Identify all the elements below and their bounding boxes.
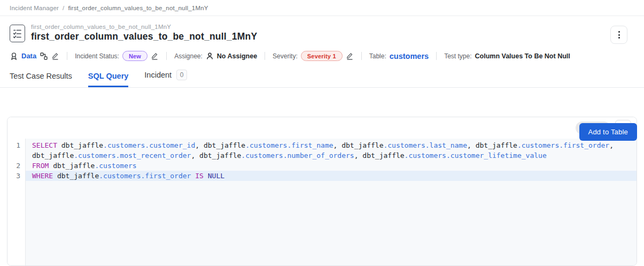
- sql-code-editor[interactable]: 1SELECT dbt_jaffle.customers.customer_id…: [7, 139, 637, 265]
- table-link[interactable]: customers: [390, 52, 429, 60]
- line-number: 2: [7, 161, 26, 171]
- tab-test-case-results[interactable]: Test Case Results: [10, 72, 72, 87]
- kebab-menu-button[interactable]: [610, 26, 627, 44]
- table-label: Table:: [369, 52, 386, 60]
- code-line: 3WHERE dbt_jaffle.customers.first_order …: [7, 171, 637, 181]
- severity-label: Severity:: [273, 52, 298, 60]
- code-line: 2FROM dbt_jaffle.customers: [7, 161, 637, 171]
- incident-count-badge: 0: [176, 70, 187, 80]
- line-number: 3: [7, 171, 26, 181]
- tab-incident[interactable]: Incident 0: [144, 70, 187, 87]
- page-title: first_order_column_values_to_be_not_null…: [31, 31, 610, 42]
- test-type-label: Test type:: [444, 52, 471, 60]
- code-text: FROM dbt_jaffle.customers: [26, 161, 637, 171]
- code-text: SELECT dbt_jaffle.customers.customer_id,…: [26, 140, 637, 161]
- breadcrumb: Incident Manager / first_order_column_va…: [0, 0, 644, 16]
- data-link[interactable]: Data: [21, 52, 36, 60]
- edit-pencil-icon[interactable]: [346, 52, 354, 60]
- incident-status-label: Incident Status:: [75, 52, 119, 60]
- breadcrumb-current: first_order_column_values_to_be_not_null…: [68, 5, 208, 11]
- tab-sql-query[interactable]: SQL Query: [88, 72, 128, 87]
- line-number: 1: [7, 140, 26, 161]
- tab-bar: Test Case Results SQL Query Incident 0: [0, 61, 644, 88]
- incident-status-badge: New: [122, 51, 148, 61]
- test-type-value: Column Values To Be Not Null: [475, 52, 570, 60]
- sql-code-panel: 3 Lines 1SELECT dbt_jaffle.customers.cus…: [7, 117, 637, 266]
- code-text: WHERE dbt_jaffle.customers.first_order I…: [26, 171, 637, 181]
- checklist-icon: [10, 25, 25, 42]
- test-id-subtitle: first_order_column_values_to_be_not_null…: [31, 24, 610, 30]
- user-icon: [206, 52, 214, 60]
- add-to-table-button[interactable]: Add to Table: [579, 123, 637, 141]
- severity-badge: Severity 1: [301, 51, 343, 61]
- metadata-row: Data Incident Status: New Assignee:: [0, 44, 644, 61]
- lineage-icon[interactable]: [40, 52, 48, 60]
- breadcrumb-separator: /: [63, 5, 64, 11]
- edit-pencil-icon[interactable]: [51, 52, 59, 60]
- content: Add to Table 3 Lines 1SELECT dbt_jaffle.…: [0, 117, 644, 266]
- title-section: first_order_column_values_to_be_not_null…: [0, 16, 644, 44]
- edit-pencil-icon[interactable]: [151, 52, 159, 60]
- breadcrumb-root[interactable]: Incident Manager: [10, 5, 59, 11]
- badge-icon: [10, 52, 18, 60]
- code-line: 1SELECT dbt_jaffle.customers.customer_id…: [7, 140, 637, 161]
- assignee-label: Assignee:: [174, 52, 203, 60]
- assignee-value: No Assignee: [217, 52, 257, 60]
